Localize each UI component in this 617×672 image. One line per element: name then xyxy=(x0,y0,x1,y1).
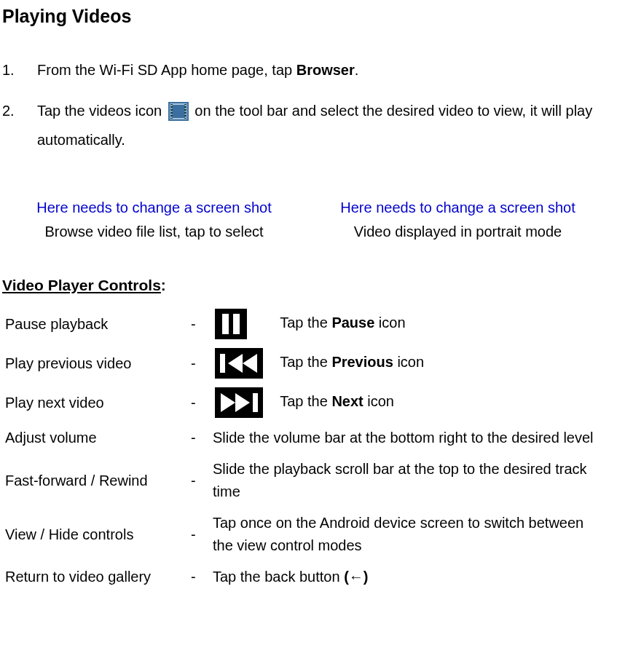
svg-rect-9 xyxy=(184,105,186,106)
step-bold: Browser xyxy=(296,62,355,78)
dash: - xyxy=(188,383,210,422)
caption-note: Here needs to change a screen shot xyxy=(2,198,306,218)
caption-note: Here needs to change a screen shot xyxy=(306,198,610,218)
dash: - xyxy=(188,454,210,507)
control-label: Pause playback xyxy=(2,304,188,344)
desc-post: icon xyxy=(363,393,394,409)
svg-rect-12 xyxy=(184,114,186,115)
desc-post: icon xyxy=(374,315,405,331)
control-desc: Tap the Previous icon xyxy=(210,344,610,383)
table-row: View / Hide controls - Tap once on the A… xyxy=(2,507,610,561)
desc-post: icon xyxy=(393,354,424,370)
control-label: Return to video gallery xyxy=(2,561,188,593)
table-row: Pause playback - Tap the Pause icon xyxy=(2,304,610,344)
step-number: 2. xyxy=(2,96,37,154)
control-desc: Tap once on the Android device screen to… xyxy=(210,507,610,561)
pause-icon xyxy=(215,309,247,339)
desc-pre: Tap the xyxy=(280,315,331,331)
table-row: Return to video gallery - Tap the back b… xyxy=(2,561,610,593)
subheading-colon: : xyxy=(161,277,166,293)
control-label: Adjust volume xyxy=(2,422,188,454)
table-row: Play next video - Tap the Next icon xyxy=(2,383,610,422)
svg-rect-10 xyxy=(184,108,186,109)
svg-rect-24 xyxy=(253,393,258,412)
svg-rect-11 xyxy=(184,111,186,112)
desc-bold: (←) xyxy=(344,569,368,585)
control-desc: Tap the Pause icon xyxy=(210,304,610,344)
table-row: Play previous video - Tap the Previous i… xyxy=(2,344,610,383)
previous-icon xyxy=(215,348,263,379)
control-desc: Tap the back button (←) xyxy=(210,561,610,593)
desc-bold: Previous xyxy=(331,354,393,370)
control-desc: Tap the Next icon xyxy=(210,383,610,422)
svg-rect-5 xyxy=(170,108,172,109)
desc-bold: Next xyxy=(331,393,363,409)
control-label: Fast-forward / Rewind xyxy=(2,454,188,507)
dash: - xyxy=(188,344,210,383)
dash: - xyxy=(188,507,210,561)
step-body: Tap the videos icon xyxy=(37,96,610,154)
section-subheading: Video Player Controls: xyxy=(2,275,610,296)
subheading-text: Video Player Controls xyxy=(2,277,161,293)
svg-rect-15 xyxy=(222,314,229,334)
svg-rect-6 xyxy=(170,111,172,112)
svg-rect-18 xyxy=(220,354,225,373)
step-2: 2. Tap the videos icon xyxy=(2,96,610,154)
caption-text: Video displayed in portrait mode xyxy=(306,222,610,242)
videos-icon xyxy=(168,102,189,121)
step-1: 1. From the Wi-Fi SD App home page, tap … xyxy=(2,55,610,84)
svg-rect-7 xyxy=(170,114,172,115)
next-icon xyxy=(215,387,263,418)
step-number: 1. xyxy=(2,55,37,84)
control-desc: Slide the volume bar at the bottom right… xyxy=(210,422,610,454)
dash: - xyxy=(188,422,210,454)
svg-rect-8 xyxy=(170,116,172,118)
controls-table: Pause playback - Tap the Pause icon Play… xyxy=(2,304,610,593)
caption-left: Here needs to change a screen shot Brows… xyxy=(2,198,306,242)
desc-pre: Tap the xyxy=(280,393,331,409)
desc-pre: Tap the back button xyxy=(213,569,344,585)
table-row: Fast-forward / Rewind - Slide the playba… xyxy=(2,454,610,507)
step-text: Tap the videos icon xyxy=(37,103,166,119)
svg-rect-4 xyxy=(170,105,172,106)
caption-right: Here needs to change a screen shot Video… xyxy=(306,198,610,242)
svg-rect-14 xyxy=(215,309,247,339)
step-body: From the Wi-Fi SD App home page, tap Bro… xyxy=(37,55,610,84)
caption-text: Browse video file list, tap to select xyxy=(2,222,306,242)
dash: - xyxy=(188,304,210,344)
svg-rect-16 xyxy=(233,314,240,334)
control-label: Play next video xyxy=(2,383,188,422)
svg-rect-13 xyxy=(184,116,186,118)
screenshot-captions: Here needs to change a screen shot Brows… xyxy=(2,198,610,242)
step-text-post: . xyxy=(355,62,359,78)
steps-list: 1. From the Wi-Fi SD App home page, tap … xyxy=(2,55,610,154)
step-text: From the Wi-Fi SD App home page, tap xyxy=(37,62,296,78)
dash: - xyxy=(188,561,210,593)
page-title: Playing Videos xyxy=(2,4,610,29)
desc-bold: Pause xyxy=(331,315,374,331)
control-desc: Slide the playback scroll bar at the top… xyxy=(210,454,610,507)
control-label: View / Hide controls xyxy=(2,507,188,561)
table-row: Adjust volume - Slide the volume bar at … xyxy=(2,422,610,454)
control-label: Play previous video xyxy=(2,344,188,383)
desc-pre: Tap the xyxy=(280,354,331,370)
